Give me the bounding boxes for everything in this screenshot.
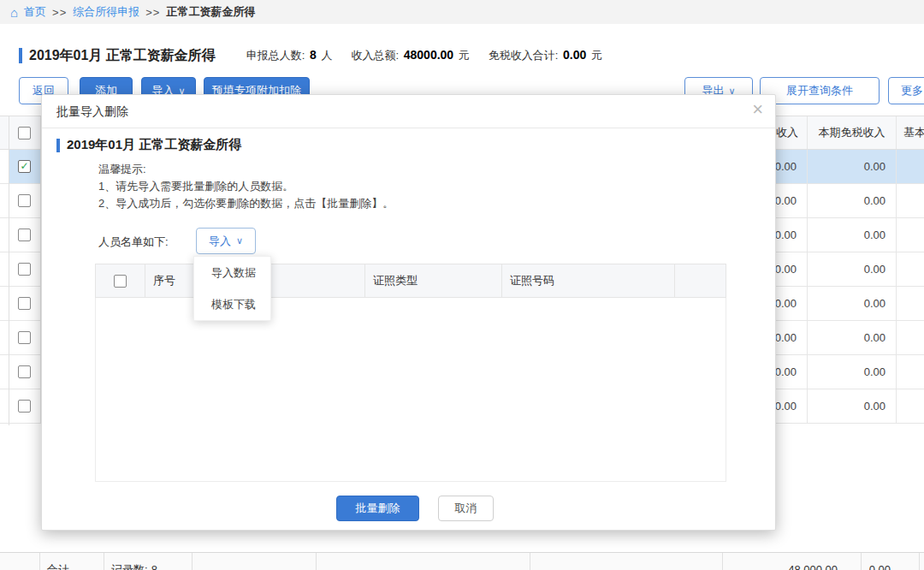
breadcrumb-separator: >>	[145, 6, 160, 19]
row-checkbox[interactable]	[18, 331, 31, 344]
stat-unit: 人	[322, 49, 333, 62]
batch-import-delete-modal: 批量导入删除 × 2019年01月 正常工资薪金所得 温馨提示: 1、请先导入需…	[41, 94, 776, 531]
import-dropdown-menu: 导入数据 模板下载	[193, 256, 271, 321]
modal-title: 批量导入删除	[56, 104, 128, 120]
chevron-down-icon: ∨	[236, 235, 243, 246]
row-checkbox[interactable]	[18, 365, 31, 378]
footer-cell	[0, 553, 40, 570]
page-title: 2019年01月 正常工资薪金所得	[29, 47, 216, 65]
cell-taxfree: 0.00	[807, 389, 896, 423]
tip-line-1: 1、请先导入需要批量删除的人员数据。	[98, 179, 293, 194]
modal-title-divider	[42, 128, 775, 128]
stat-unit: 元	[459, 49, 470, 62]
select-all-checkbox[interactable]	[18, 127, 31, 140]
stat-income-total: 收入总额: 48000.00 元	[352, 48, 470, 63]
modal-column-id-type: 证照类型	[365, 264, 502, 297]
record-count-label: 记录数:	[111, 562, 148, 570]
row-checkbox[interactable]: ✓	[18, 160, 31, 173]
cell-basic	[896, 150, 924, 183]
breadcrumb-link-declare[interactable]: 综合所得申报	[73, 4, 139, 20]
cell-basic	[896, 184, 924, 217]
batch-delete-label: 批量删除	[356, 501, 400, 516]
modal-column-actions	[675, 264, 726, 297]
footer-record-count: 记录数: 8	[104, 553, 192, 570]
person-list-label: 人员名单如下:	[98, 235, 169, 250]
menu-item-import-data[interactable]: 导入数据	[194, 257, 270, 288]
footer-cell	[317, 553, 530, 570]
footer-cell	[192, 553, 317, 570]
modal-import-label: 导入	[209, 234, 231, 249]
row-checkbox[interactable]	[18, 229, 31, 241]
row-checkbox[interactable]	[18, 263, 31, 276]
breadcrumb: ⌂ 首页 >> 综合所得申报 >> 正常工资薪金所得	[0, 0, 924, 24]
cell-basic	[896, 287, 924, 320]
stat-declared-count: 申报总人数: 8 人	[246, 48, 333, 63]
modal-section-title: 2019年01月 正常工资薪金所得	[67, 137, 241, 153]
cell-taxfree: 0.00	[807, 150, 896, 183]
cell-taxfree: 0.00	[807, 355, 896, 389]
more-label: 更多	[901, 83, 923, 98]
modal-import-button[interactable]: 导入 ∨	[196, 228, 256, 254]
cell-basic	[896, 218, 924, 252]
table-footer-row: 合计 记录数: 8 48,000.00 0.00	[0, 552, 924, 570]
more-button[interactable]: 更多	[888, 77, 924, 104]
close-icon[interactable]: ×	[752, 100, 763, 119]
cell-taxfree: 0.00	[807, 184, 896, 217]
cell-basic	[896, 389, 924, 423]
cell-taxfree: 0.00	[807, 252, 896, 286]
stat-label: 收入总额:	[352, 49, 400, 62]
expand-query-button[interactable]: 展开查询条件	[760, 77, 880, 104]
breadcrumb-home-link[interactable]: 首页	[24, 4, 46, 20]
cell-basic	[896, 252, 924, 286]
breadcrumb-separator: >>	[52, 6, 67, 19]
modal-column-id-number: 证照号码	[502, 264, 675, 297]
breadcrumb-current: 正常工资薪金所得	[166, 4, 255, 20]
batch-delete-button[interactable]: 批量删除	[336, 496, 419, 521]
stat-label: 申报总人数:	[246, 49, 305, 62]
cancel-button[interactable]: 取消	[438, 496, 494, 521]
modal-column-seq: 序号	[145, 264, 197, 297]
tip-line-2: 2、导入成功后，勾选你要删除的数据，点击【批量删除】。	[98, 196, 394, 211]
footer-cell	[920, 553, 924, 570]
cell-basic	[896, 355, 924, 389]
footer-cell	[530, 553, 723, 570]
row-checkbox[interactable]	[18, 297, 31, 310]
title-accent-bar	[19, 48, 22, 63]
modal-section-header: 2019年01月 正常工资薪金所得	[56, 137, 241, 153]
cancel-label: 取消	[455, 501, 477, 516]
cell-basic	[896, 321, 924, 354]
column-header-basic: 基本	[896, 116, 924, 149]
footer-taxfree-total: 0.00	[862, 553, 920, 570]
page-header: 2019年01月 正常工资薪金所得 申报总人数: 8 人 收入总额: 48000…	[19, 45, 621, 67]
modal-table-header: 序号 证照类型 证照号码	[95, 264, 726, 298]
stat-taxfree-total: 免税收入合计: 0.00 元	[489, 48, 602, 63]
cell-taxfree: 0.00	[807, 218, 896, 252]
cell-taxfree: 0.00	[807, 287, 896, 320]
row-checkbox[interactable]	[18, 194, 31, 207]
expand-query-label: 展开查询条件	[786, 83, 853, 98]
menu-item-template-download[interactable]: 模板下载	[194, 288, 270, 320]
record-count-value: 8	[151, 563, 157, 570]
footer-income-total: 48,000.00	[723, 553, 862, 570]
cell-taxfree: 0.00	[807, 321, 896, 354]
stat-value: 0.00	[563, 48, 586, 62]
home-icon[interactable]: ⌂	[10, 6, 18, 19]
row-checkbox[interactable]	[18, 400, 31, 413]
modal-select-all-checkbox[interactable]	[114, 275, 127, 288]
section-accent-bar	[56, 139, 60, 152]
tips-title: 温馨提示:	[98, 162, 146, 177]
stat-value: 48000.00	[404, 48, 453, 62]
stat-label: 免税收入合计:	[489, 49, 559, 62]
column-header-taxfree: 本期免税收入	[807, 116, 896, 149]
stat-value: 8	[310, 48, 317, 62]
footer-total-label: 合计	[40, 553, 104, 570]
stat-unit: 元	[591, 49, 602, 62]
modal-table-empty-body	[95, 298, 726, 482]
